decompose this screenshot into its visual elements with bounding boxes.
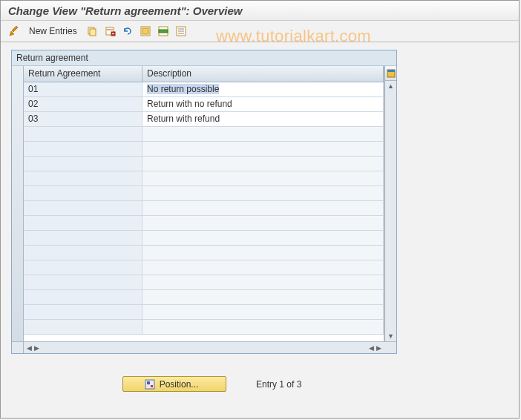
cell-description [142,171,384,186]
cell-description [142,320,384,334]
cell-code [24,157,142,171]
table-row [24,142,384,157]
cell-description [142,275,384,289]
cell-code [24,142,142,156]
table-row [24,260,384,275]
table-row [24,171,384,186]
table-row [24,216,384,231]
table-row [24,231,384,246]
position-icon [145,379,155,390]
table-row [24,127,384,142]
table-row [24,186,384,201]
page-title: Change View "Return agreement": Overview [1,1,519,21]
data-grid: Return Agreement Description 01No return… [24,66,384,341]
toggle-display-change-icon[interactable] [7,24,22,39]
cell-description [142,305,384,319]
cell-description [142,290,384,304]
table-row [24,305,384,320]
deselect-all-icon[interactable] [174,24,189,39]
table-row [24,201,384,216]
svg-rect-18 [151,385,153,387]
cell-code[interactable]: 03 [24,112,142,126]
select-block-icon[interactable] [156,24,171,39]
table-row [24,320,384,335]
return-agreement-panel: Return agreement Return Agreement Descri… [11,50,397,354]
table-row[interactable]: 01No return possible [24,82,384,97]
cell-description [142,127,384,141]
svg-rect-15 [387,70,395,72]
cell-code[interactable]: 01 [24,82,142,96]
svg-rect-7 [142,28,148,34]
cell-code [24,201,142,215]
svg-rect-1 [90,29,96,36]
delete-icon[interactable] [102,24,117,39]
svg-rect-17 [147,381,150,384]
cell-description [142,142,384,156]
horizontal-scrollbar[interactable]: ◀ ▶ ◀ ▶ [12,341,396,353]
position-button-label: Position... [160,379,199,390]
cell-code [24,127,142,141]
cell-code [24,246,142,260]
toolbar: New Entries [1,21,519,42]
table-settings-icon[interactable] [385,66,396,81]
column-header-code[interactable]: Return Agreement [24,66,142,82]
new-entries-button[interactable]: New Entries [24,24,82,39]
cell-description [142,246,384,260]
cell-code[interactable]: 02 [24,97,142,111]
cell-description [142,216,384,230]
cell-code [24,231,142,245]
cell-description [142,157,384,171]
cell-description[interactable]: Return with refund [142,112,384,126]
cell-code [24,216,142,230]
cell-code [24,260,142,275]
copy-as-icon[interactable] [85,24,99,39]
entry-counter: Entry 1 of 3 [256,379,301,390]
scroll-down-icon[interactable]: ▼ [385,331,396,341]
panel-title: Return agreement [12,50,396,66]
position-button[interactable]: Position... [122,376,226,392]
table-row [24,246,384,260]
row-selector-gutter[interactable] [12,66,24,341]
cell-code [24,305,142,319]
vertical-scrollbar[interactable]: ▲ ▼ [384,66,396,341]
table-row [24,157,384,171]
cell-code [24,290,142,304]
scroll-up-icon[interactable]: ▲ [385,81,396,91]
cell-description [142,186,384,200]
table-row [24,275,384,290]
cell-code [24,275,142,289]
cell-description [142,231,384,245]
cell-description[interactable]: Return with no refund [142,97,384,111]
svg-rect-9 [159,30,168,33]
table-row[interactable]: 02Return with no refund [24,97,384,112]
column-header-description[interactable]: Description [142,66,384,82]
cell-code [24,171,142,186]
table-row[interactable]: 03Return with refund [24,112,384,127]
select-all-icon[interactable] [138,24,153,39]
cell-code [24,186,142,200]
cell-description [142,260,384,275]
cell-description [142,201,384,215]
table-row [24,290,384,305]
cell-description[interactable]: No return possible [142,82,384,96]
cell-code [24,320,142,334]
undo-change-icon[interactable] [120,24,135,39]
